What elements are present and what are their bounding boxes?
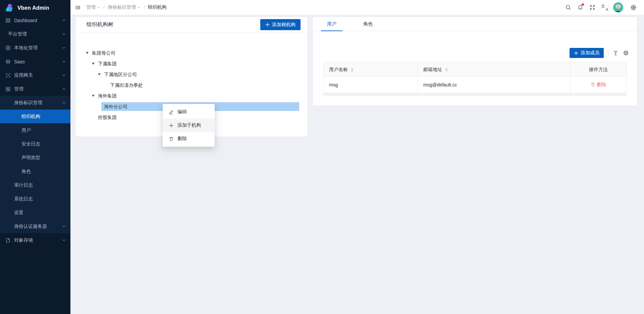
sidebar-item-label: 用户 bbox=[21, 127, 31, 133]
sidebar-item-localization[interactable]: 本地化管理 bbox=[0, 41, 70, 55]
sidebar-item-management[interactable]: 管理 bbox=[0, 82, 70, 96]
sidebar-item-object-storage[interactable]: 对象存储 bbox=[0, 233, 70, 247]
bell-icon[interactable] bbox=[574, 0, 586, 15]
sidebar-item-audit-logs[interactable]: 审计日志 bbox=[0, 178, 70, 192]
column-label: 用户名称 bbox=[329, 67, 348, 73]
top-header: 管理 / 身份标识管理 / 组织机构 文 A bbox=[70, 0, 644, 15]
panel-title: 组织机构树 bbox=[87, 21, 113, 28]
detail-panel: 用户 角色 添加成员 用户名称 bbox=[313, 17, 637, 106]
sidebar-item-label: 系统日志 bbox=[14, 196, 33, 202]
tab-bar: 用户 角色 bbox=[313, 17, 637, 31]
sidebar-item-roles[interactable]: 角色 bbox=[0, 165, 70, 178]
button-label: 添加根机构 bbox=[272, 22, 296, 28]
table-scrollbar-track bbox=[323, 93, 627, 96]
tree-node[interactable]: 下属集团 bbox=[76, 58, 299, 69]
tree-node-label[interactable]: 下属集团 bbox=[95, 59, 299, 68]
logo[interactable]: Vben Admin bbox=[0, 0, 70, 13]
context-menu-label: 删除 bbox=[177, 136, 187, 142]
tree-node[interactable]: 下属街道办事处 bbox=[76, 80, 299, 90]
sidebar-item-label: Saas bbox=[14, 59, 25, 64]
table-row: msg msg@default.cc 删除 bbox=[324, 77, 627, 93]
toolbar-divider bbox=[608, 51, 608, 56]
translate-zh-glyph: 文 bbox=[601, 3, 605, 9]
sort-icon[interactable] bbox=[351, 68, 354, 72]
sidebar-item-label: 对象存储 bbox=[14, 237, 33, 243]
context-menu-label: 编辑 bbox=[177, 109, 187, 115]
tree-node-label[interactable]: 下属地区分公司 bbox=[101, 70, 299, 79]
settings-gear-icon[interactable] bbox=[627, 0, 639, 15]
tab-roles[interactable]: 角色 bbox=[357, 17, 379, 31]
breadcrumb-item-identity-management[interactable]: 身份标识管理 bbox=[108, 4, 141, 10]
sidebar-item-users[interactable]: 用户 bbox=[0, 123, 70, 137]
tree-node-label[interactable]: 集团母公司 bbox=[89, 49, 299, 57]
tree-node-label[interactable]: 海外集团 bbox=[95, 91, 299, 100]
column-header-email[interactable]: 邮箱地址 bbox=[418, 63, 571, 77]
tree-node[interactable]: 下属地区分公司 bbox=[76, 69, 299, 80]
fullscreen-icon[interactable] bbox=[586, 0, 598, 15]
chevron-down-icon bbox=[62, 60, 66, 63]
cell-email: msg@default.cc bbox=[418, 77, 571, 93]
tree-node[interactable]: 海外集团 bbox=[76, 90, 299, 101]
sidebar-item-label: 管理 bbox=[14, 86, 23, 92]
column-label: 邮箱地址 bbox=[423, 67, 442, 73]
translate-icon[interactable]: 文 A bbox=[598, 0, 610, 15]
chevron-down-icon bbox=[62, 32, 66, 36]
sidebar-item-platform-management[interactable]: 平台管理 bbox=[0, 27, 70, 41]
tab-users[interactable]: 用户 bbox=[321, 17, 342, 31]
context-menu-item-edit[interactable]: 编辑 bbox=[163, 105, 215, 119]
dashboard-icon bbox=[5, 18, 11, 23]
sidebar-item-label: Dashboard bbox=[14, 18, 37, 23]
sidebar-item-organization[interactable]: 组织机构 bbox=[0, 110, 70, 123]
sidebar-item-label: 审计日志 bbox=[14, 182, 33, 188]
chevron-down-icon bbox=[62, 225, 66, 228]
column-settings-gear-icon[interactable] bbox=[623, 50, 629, 56]
sidebar-item-identity-server[interactable]: 身份认证服务器 bbox=[0, 219, 70, 233]
sidebar-item-system-logs[interactable]: 系统日志 bbox=[0, 192, 70, 206]
add-member-button[interactable]: 添加成员 bbox=[570, 48, 604, 58]
sidebar-item-label: 身份标识管理 bbox=[14, 100, 42, 106]
sidebar-item-claim-types[interactable]: 声明类型 bbox=[0, 151, 70, 165]
tree-node-label[interactable]: 下属街道办事处 bbox=[107, 81, 299, 89]
chevron-down-icon bbox=[97, 6, 100, 9]
sidebar-item-label: 组织机构 bbox=[21, 114, 40, 120]
chevron-down-icon bbox=[62, 46, 66, 50]
column-header-actions: 操作方法 bbox=[571, 63, 627, 77]
sidebar-menu: Dashboard 平台管理 本地化管理 Saas 应用网关 bbox=[0, 13, 70, 247]
trash-icon bbox=[169, 136, 174, 141]
chevron-down-icon bbox=[62, 18, 66, 22]
sidebar-item-saas[interactable]: Saas bbox=[0, 55, 70, 68]
sidebar-item-app-gateway[interactable]: 应用网关 bbox=[0, 68, 70, 82]
gateway-icon bbox=[5, 73, 11, 78]
column-label: 操作方法 bbox=[589, 67, 608, 73]
button-label: 添加成员 bbox=[581, 50, 599, 56]
sidebar-collapse-icon[interactable] bbox=[75, 5, 81, 10]
tree-node[interactable]: 集团母公司 bbox=[76, 48, 299, 58]
chevron-up-icon bbox=[62, 87, 66, 91]
sidebar-item-security-logs[interactable]: 安全日志 bbox=[0, 137, 70, 151]
plus-icon bbox=[265, 22, 270, 27]
breadcrumb-label: 组织机构 bbox=[148, 4, 167, 10]
sidebar: Vben Admin Dashboard 平台管理 本地化管理 Saas bbox=[0, 0, 70, 314]
chevron-down-icon bbox=[62, 238, 66, 242]
row-height-icon[interactable] bbox=[613, 50, 619, 56]
notification-badge bbox=[582, 3, 584, 6]
sidebar-item-label: 设置 bbox=[14, 210, 23, 216]
vben-logo-icon bbox=[5, 3, 14, 13]
chevron-down-icon bbox=[62, 73, 66, 77]
column-header-username[interactable]: 用户名称 bbox=[324, 63, 418, 77]
add-root-org-button[interactable]: 添加根机构 bbox=[260, 19, 301, 30]
sidebar-item-identity-management[interactable]: 身份标识管理 bbox=[0, 96, 70, 110]
sidebar-item-dashboard[interactable]: Dashboard bbox=[0, 13, 70, 27]
breadcrumb-label: 管理 bbox=[86, 4, 96, 10]
main-content: 组织机构树 添加根机构 集团母公司 下属集团 下属地区分公司 下属街道办事处 bbox=[70, 15, 644, 314]
trash-icon bbox=[591, 82, 595, 87]
avatar[interactable] bbox=[613, 2, 623, 12]
breadcrumb: 管理 / 身份标识管理 / 组织机构 bbox=[86, 4, 167, 10]
context-menu-item-add-child[interactable]: 添加子机构 bbox=[163, 119, 215, 132]
search-icon[interactable] bbox=[562, 0, 574, 15]
delete-row-button[interactable]: 删除 bbox=[591, 82, 606, 88]
sidebar-item-settings[interactable]: 设置 bbox=[0, 206, 70, 219]
context-menu-item-delete[interactable]: 删除 bbox=[163, 132, 215, 145]
sort-icon[interactable] bbox=[445, 68, 448, 72]
breadcrumb-item-management[interactable]: 管理 bbox=[86, 4, 100, 10]
